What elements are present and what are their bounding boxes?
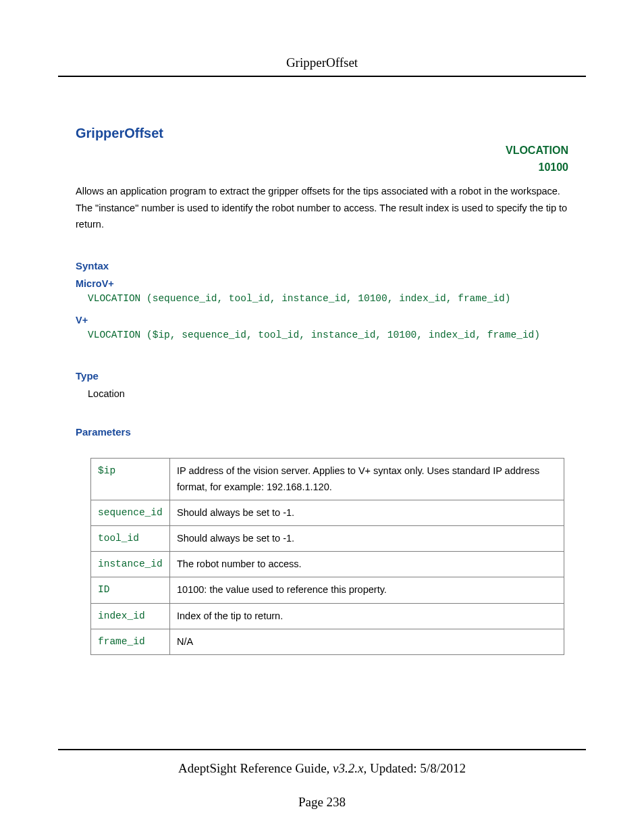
tag-vlocation: VLOCATION bbox=[506, 145, 568, 156]
table-row: index_id Index of the tip to return. bbox=[91, 603, 564, 629]
param-desc: Should always be set to -1. bbox=[170, 525, 564, 551]
tag-id: 10100 bbox=[539, 161, 569, 173]
param-name: frame_id bbox=[91, 629, 170, 654]
table-row: sequence_id Should always be set to -1. bbox=[91, 500, 564, 525]
syntax-heading: Syntax bbox=[76, 260, 568, 271]
param-name: instance_id bbox=[91, 552, 170, 577]
param-desc: N/A bbox=[170, 629, 564, 654]
header-title: GripperOffset bbox=[286, 55, 358, 70]
param-name: index_id bbox=[91, 603, 170, 629]
table-row: $ip IP address of the vision server. App… bbox=[91, 459, 564, 500]
page-header: GripperOffset bbox=[58, 0, 586, 77]
footer-rule bbox=[58, 749, 586, 750]
microv-code: VLOCATION (sequence_id, tool_id, instanc… bbox=[88, 293, 568, 304]
type-value: Location bbox=[88, 388, 568, 399]
table-row: tool_id Should always be set to -1. bbox=[91, 525, 564, 551]
footer-guide: AdeptSight Reference Guide bbox=[178, 761, 326, 775]
page-number: Page 238 bbox=[58, 795, 586, 810]
footer-guide-line: AdeptSight Reference Guide, v3.2.x, Upda… bbox=[58, 761, 586, 776]
parameters-heading: Parameters bbox=[76, 426, 568, 438]
footer-version: , v3.2.x bbox=[327, 761, 364, 775]
description-paragraph: Allows an application program to extract… bbox=[76, 183, 568, 234]
type-heading: Type bbox=[76, 370, 568, 382]
footer-updated: , Updated: 5/8/2012 bbox=[363, 761, 465, 775]
table-row: instance_id The robot number to access. bbox=[91, 552, 564, 577]
microv-label: MicroV+ bbox=[76, 278, 568, 289]
vplus-code: VLOCATION ($ip, sequence_id, tool_id, in… bbox=[88, 330, 568, 340]
table-row: ID 10100: the value used to reference th… bbox=[91, 577, 564, 603]
page-footer: AdeptSight Reference Guide, v3.2.x, Upda… bbox=[58, 749, 586, 810]
vplus-label: V+ bbox=[76, 315, 568, 325]
content-area: GripperOffset VLOCATION 10100 Allows an … bbox=[0, 77, 644, 655]
table-row: frame_id N/A bbox=[91, 629, 564, 654]
param-name: $ip bbox=[91, 459, 170, 500]
parameters-table: $ip IP address of the vision server. App… bbox=[90, 458, 564, 655]
param-desc: The robot number to access. bbox=[170, 552, 564, 577]
page-title: GripperOffset bbox=[76, 126, 568, 141]
param-name: ID bbox=[91, 577, 170, 603]
property-tag: VLOCATION 10100 bbox=[76, 142, 568, 176]
param-name: sequence_id bbox=[91, 500, 170, 525]
param-desc: Should always be set to -1. bbox=[170, 500, 564, 525]
param-desc: Index of the tip to return. bbox=[170, 603, 564, 629]
param-desc: 10100: the value used to reference this … bbox=[170, 577, 564, 603]
param-desc: IP address of the vision server. Applies… bbox=[170, 459, 564, 500]
param-name: tool_id bbox=[91, 525, 170, 551]
